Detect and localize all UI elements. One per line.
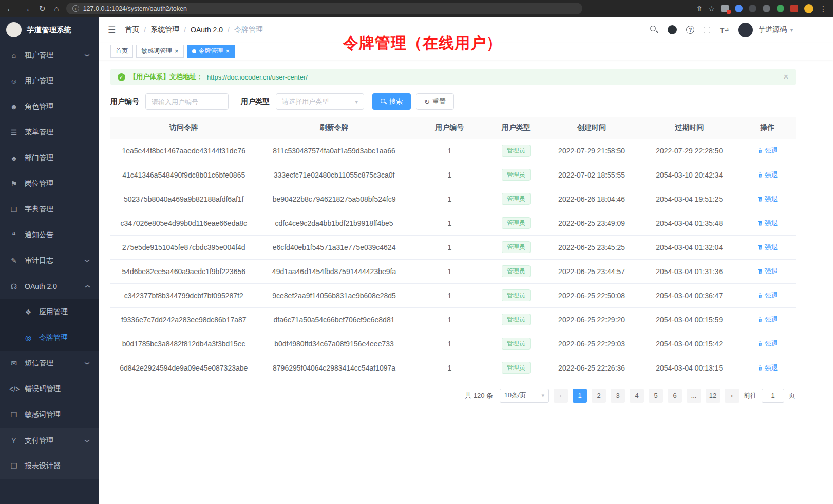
extension-icon[interactable]	[790, 5, 798, 12]
sidebar-item-oauth[interactable]: ☊OAuth 2.0❯	[0, 274, 99, 299]
share-icon[interactable]: ⇧	[696, 5, 703, 12]
force-logout-button[interactable]: 强退	[757, 195, 778, 204]
forward-icon[interactable]: →	[23, 5, 30, 12]
sidebar-item-tenant[interactable]: ⌂租户管理❯	[0, 43, 99, 68]
payment-icon: ¥	[9, 437, 18, 445]
browser-menu-icon[interactable]: ⋮	[820, 5, 827, 12]
user-id-input[interactable]	[145, 93, 229, 110]
reload-icon[interactable]: ↻	[39, 5, 46, 12]
sidebar-item-sensitive[interactable]: ❐敏感词管理	[0, 402, 99, 428]
user-avatar[interactable]	[738, 23, 753, 37]
created-at-cell: 2022-06-25 22:29:03	[544, 332, 639, 356]
goto-page-input[interactable]	[762, 389, 784, 403]
page-button-5[interactable]: 5	[649, 389, 663, 403]
sidebar-item-user[interactable]: ☺用户管理	[0, 68, 99, 94]
chevron-down-icon: ❯	[85, 439, 90, 443]
user-type-cell: 管理员	[488, 307, 544, 332]
sidebar-item-pay[interactable]: ¥支付管理❯	[0, 428, 99, 453]
prev-page-button[interactable]: ‹	[554, 389, 568, 403]
back-icon[interactable]: ←	[6, 5, 14, 12]
page-size-select[interactable]: 10条/页 ▾	[500, 389, 549, 403]
extension-icon[interactable]	[777, 5, 784, 12]
sidebar-item-oauth-app[interactable]: ❖应用管理	[0, 299, 99, 325]
refresh-token-cell: cdfc4ce9c2da4bb1bdf21b9918ff4be5	[257, 211, 411, 235]
force-logout-button[interactable]: 强退	[757, 291, 778, 300]
tab-sensitive-word[interactable]: 敏感词管理×	[136, 45, 184, 58]
header-actions: ? T⇄ 芋道源码 ▾	[650, 23, 793, 37]
bookmark-star-icon[interactable]: ☆	[708, 5, 715, 12]
next-page-button[interactable]: ›	[725, 389, 739, 403]
force-logout-button[interactable]: 强退	[757, 339, 778, 348]
sidebar-item-dept[interactable]: ♣部门管理	[0, 145, 99, 171]
force-logout-button[interactable]: 强退	[757, 170, 778, 180]
page-button-1[interactable]: 1	[573, 389, 587, 403]
fullscreen-icon[interactable]	[704, 27, 710, 33]
home-icon[interactable]: ⌂	[54, 5, 59, 12]
extension-icon[interactable]	[721, 5, 729, 12]
user-type-cell: 管理员	[488, 211, 544, 235]
page-button-6[interactable]: 6	[668, 389, 682, 403]
access-token-cell: 275e5de9151045fe87cbdc395e004f4d	[110, 235, 257, 259]
breadcrumb-item[interactable]: 首页	[125, 25, 139, 34]
chevron-down-icon[interactable]: ▾	[790, 27, 793, 33]
tab-close-icon[interactable]: ×	[175, 48, 179, 54]
sidebar-item-sms[interactable]: ✉短信管理❯	[0, 351, 99, 376]
username[interactable]: 芋道源码	[758, 25, 787, 34]
reset-button[interactable]: ↻ 重置	[416, 93, 454, 110]
extension-icon[interactable]	[735, 5, 743, 12]
force-logout-button[interactable]: 强退	[757, 315, 778, 324]
sidebar-item-menu[interactable]: ☰菜单管理	[0, 120, 99, 145]
action-cell: 强退	[740, 283, 796, 307]
page-button-12[interactable]: 12	[706, 389, 720, 403]
sidebar-item-notice[interactable]: ❝通知公告	[0, 222, 99, 248]
page-button-3[interactable]: 3	[611, 389, 625, 403]
access-token-cell: 41c41346a548490f9dc8b01c6bfe0865	[110, 163, 257, 187]
sidebar-item-label: 菜单管理	[25, 128, 53, 137]
sidebar-item-post[interactable]: ⚑岗位管理	[0, 171, 99, 197]
sidebar-item-audit[interactable]: ✎审计日志❯	[0, 248, 99, 274]
page-info-icon[interactable]: i	[72, 5, 79, 12]
force-logout-button[interactable]: 强退	[757, 363, 778, 373]
breadcrumb-item[interactable]: 系统管理	[150, 25, 179, 34]
font-size-icon[interactable]: T⇄	[720, 26, 729, 34]
search-button[interactable]: 搜索	[372, 93, 411, 110]
user-type-cell: 管理员	[488, 163, 544, 187]
sidebar-item-label: 令牌管理	[39, 333, 68, 342]
sidebar-item-dict[interactable]: ❏字典管理	[0, 197, 99, 222]
tab-close-icon[interactable]: ×	[226, 48, 230, 54]
table-row: f9336e7c7dd242a283ee98dc86b17a87dfa6c71a…	[110, 307, 796, 332]
url-bar[interactable]: i 127.0.0.1:1024/system/oauth2/token	[66, 3, 582, 14]
breadcrumb: 首页/系统管理/OAuth 2.0/令牌管理	[125, 25, 263, 34]
page-more-button[interactable]: ...	[687, 389, 701, 403]
hamburger-icon[interactable]: ☰	[108, 25, 116, 35]
user-type-select[interactable]: 请选择用户类型 ▾	[276, 93, 364, 110]
browser-profile-avatar[interactable]	[804, 4, 813, 13]
help-icon[interactable]: ?	[686, 26, 694, 34]
tab-home[interactable]: 首页	[110, 45, 133, 58]
table-row: 41c41346a548490f9dc8b01c6bfe0865333ecfc7…	[110, 163, 796, 187]
sidebar-item-oauth-token[interactable]: ◎令牌管理	[0, 325, 99, 351]
force-logout-button[interactable]: 强退	[757, 243, 778, 252]
force-logout-button[interactable]: 强退	[757, 267, 778, 276]
page-button-4[interactable]: 4	[630, 389, 644, 403]
sidebar-item-report[interactable]: ❒报表设计器	[0, 453, 99, 479]
user-type-tag: 管理员	[502, 362, 531, 373]
app-logo[interactable]: 芋道管理系统	[0, 17, 99, 43]
page-button-2[interactable]: 2	[592, 389, 606, 403]
force-logout-button[interactable]: 强退	[757, 146, 778, 156]
alert-close-icon[interactable]: ×	[784, 72, 788, 82]
created-at-cell: 2022-06-25 22:50:08	[544, 283, 639, 307]
sidebar-item-errcode[interactable]: </>错误码管理	[0, 376, 99, 402]
created-at-cell: 2022-06-25 22:29:20	[544, 307, 639, 332]
tab-token[interactable]: 令牌管理×	[187, 45, 235, 58]
doc-link[interactable]: https://doc.iocoder.cn/user-center/	[207, 73, 308, 81]
search-icon[interactable]	[650, 26, 658, 34]
action-cell: 强退	[740, 235, 796, 259]
breadcrumb-item[interactable]: OAuth 2.0	[191, 26, 223, 34]
extension-icon[interactable]	[749, 5, 756, 12]
github-icon[interactable]	[668, 25, 677, 34]
force-logout-button[interactable]: 强退	[757, 219, 778, 228]
user-id-cell: 1	[411, 139, 488, 163]
extension-icon[interactable]	[763, 5, 770, 12]
sidebar-item-role[interactable]: ☻角色管理	[0, 94, 99, 120]
